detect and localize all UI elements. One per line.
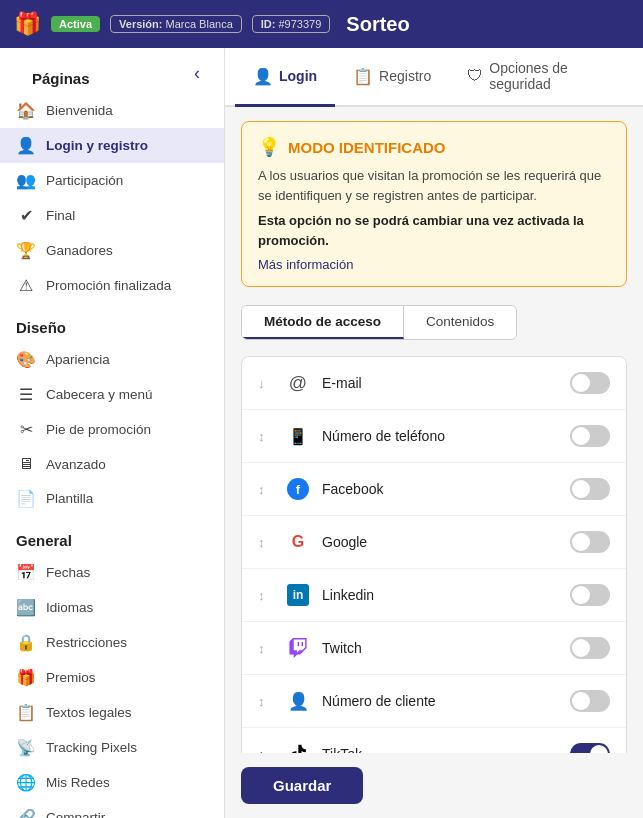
section-title-general: General xyxy=(0,516,224,555)
linkedin-icon: in xyxy=(284,581,312,609)
main-content: 💡 MODO IDENTIFICADO A los usuarios que v… xyxy=(225,107,643,753)
toggle-tiktok[interactable]: ✓ xyxy=(570,743,610,753)
toggle-twitch[interactable] xyxy=(570,637,610,659)
tab-seguridad-label: Opciones de seguridad xyxy=(489,60,615,92)
home-icon: 🏠 xyxy=(16,101,36,120)
shield-tab-icon: 🛡 xyxy=(467,67,483,85)
method-name-tiktok: TikTok xyxy=(322,746,560,753)
topbar: 🎁 Activa Versión: Marca Blanca ID: #9733… xyxy=(0,0,643,48)
lock-icon: 🔒 xyxy=(16,633,36,652)
sidebar-item-restricciones[interactable]: 🔒 Restricciones xyxy=(0,625,224,660)
sidebar-item-label: Avanzado xyxy=(46,457,106,472)
calendar-icon: 📅 xyxy=(16,563,36,582)
toggle-knob-google xyxy=(572,533,590,551)
sidebar-item-label: Cabecera y menú xyxy=(46,387,153,402)
method-row-facebook: ↕ f Facebook xyxy=(242,463,626,516)
sidebar-item-promocion-finalizada[interactable]: ⚠ Promoción finalizada xyxy=(0,268,224,303)
method-row-google: ↕ G Google xyxy=(242,516,626,569)
scissors-icon: ✂ xyxy=(16,420,36,439)
sidebar-item-cabecera[interactable]: ☰ Cabecera y menú xyxy=(0,377,224,412)
trophy-icon: 🏆 xyxy=(16,241,36,260)
tab-registro[interactable]: 📋 Registro xyxy=(335,48,449,107)
method-row-linkedin: ↕ in Linkedin xyxy=(242,569,626,622)
menu-icon: ☰ xyxy=(16,385,36,404)
sidebar-item-plantilla[interactable]: 📄 Plantilla xyxy=(0,481,224,516)
sidebar-item-participacion[interactable]: 👥 Participación xyxy=(0,163,224,198)
sidebar-item-label: Participación xyxy=(46,173,123,188)
sidebar-item-textos-legales[interactable]: 📋 Textos legales xyxy=(0,695,224,730)
signal-icon: 📡 xyxy=(16,738,36,757)
user-icon: 👤 xyxy=(16,136,36,155)
toggle-google[interactable] xyxy=(570,531,610,553)
method-name-cliente: Número de cliente xyxy=(322,693,560,709)
sidebar-item-login-registro[interactable]: 👤 Login y registro xyxy=(0,128,224,163)
toggle-cliente[interactable] xyxy=(570,690,610,712)
sidebar-item-label: Compartir xyxy=(46,810,105,818)
modo-banner-header: 💡 MODO IDENTIFICADO xyxy=(258,136,610,158)
drag-handle-email[interactable]: ↓ xyxy=(258,376,274,391)
drag-handle-google[interactable]: ↕ xyxy=(258,535,274,550)
toggle-linkedin[interactable] xyxy=(570,584,610,606)
modo-banner-description: A los usuarios que visitan la promoción … xyxy=(258,166,610,205)
sidebar-item-avanzado[interactable]: 🖥 Avanzado xyxy=(0,447,224,481)
modo-banner-bold: Esta opción no se podrá cambiar una vez … xyxy=(258,211,610,250)
sidebar-item-label: Fechas xyxy=(46,565,90,580)
check-icon: ✔ xyxy=(16,206,36,225)
drag-handle-twitch[interactable]: ↕ xyxy=(258,641,274,656)
toggle-phone[interactable] xyxy=(570,425,610,447)
sidebar-item-tracking-pixels[interactable]: 📡 Tracking Pixels xyxy=(0,730,224,765)
sidebar-item-label: Pie de promoción xyxy=(46,422,151,437)
twitch-icon xyxy=(284,634,312,662)
sidebar-item-apariencia[interactable]: 🎨 Apariencia xyxy=(0,342,224,377)
sidebar-item-pie[interactable]: ✂ Pie de promoción xyxy=(0,412,224,447)
bulb-icon: 💡 xyxy=(258,136,280,158)
toggle-facebook[interactable] xyxy=(570,478,610,500)
drag-handle-facebook[interactable]: ↕ xyxy=(258,482,274,497)
method-tab-acceso[interactable]: Método de acceso xyxy=(242,306,404,339)
sidebar-item-fechas[interactable]: 📅 Fechas xyxy=(0,555,224,590)
sidebar-item-label: Textos legales xyxy=(46,705,132,720)
gift-icon: 🎁 xyxy=(14,11,41,37)
toggle-knob-linkedin xyxy=(572,586,590,604)
badge-version: Versión: Marca Blanca xyxy=(110,15,242,33)
sidebar-item-label: Login y registro xyxy=(46,138,148,153)
modo-banner-link[interactable]: Más información xyxy=(258,257,353,272)
method-name-linkedin: Linkedin xyxy=(322,587,560,603)
palette-icon: 🎨 xyxy=(16,350,36,369)
phone-icon: 📱 xyxy=(284,422,312,450)
sidebar-item-final[interactable]: ✔ Final xyxy=(0,198,224,233)
modo-banner-title: MODO IDENTIFICADO xyxy=(288,139,446,156)
tab-seguridad[interactable]: 🛡 Opciones de seguridad xyxy=(449,48,633,107)
sidebar-item-idiomas[interactable]: 🔤 Idiomas xyxy=(0,590,224,625)
toggle-check-icon: ✓ xyxy=(596,747,606,753)
sidebar-collapse-button[interactable]: ‹ xyxy=(180,55,214,92)
toggle-email[interactable] xyxy=(570,372,610,394)
file-icon: 📄 xyxy=(16,489,36,508)
section-title-diseno: Diseño xyxy=(0,303,224,342)
drag-handle-linkedin[interactable]: ↕ xyxy=(258,588,274,603)
footer-bar: Guardar xyxy=(225,753,643,818)
tab-login-label: Login xyxy=(279,68,317,84)
badge-activa: Activa xyxy=(51,16,100,32)
tab-login[interactable]: 👤 Login xyxy=(235,48,335,107)
sidebar-item-ganadores[interactable]: 🏆 Ganadores xyxy=(0,233,224,268)
badge-id: ID: #973379 xyxy=(252,15,331,33)
sidebar-item-label: Tracking Pixels xyxy=(46,740,137,755)
sidebar-item-bienvenida[interactable]: 🏠 Bienvenida xyxy=(0,93,224,128)
method-name-facebook: Facebook xyxy=(322,481,560,497)
page-title: Sorteo xyxy=(346,13,409,36)
content-area: 👤 Login 📋 Registro 🛡 Opciones de segurid… xyxy=(225,48,643,818)
drag-handle-cliente[interactable]: ↕ xyxy=(258,694,274,709)
sidebar-item-label: Apariencia xyxy=(46,352,110,367)
sidebar-item-premios[interactable]: 🎁 Premios xyxy=(0,660,224,695)
toggle-knob-phone xyxy=(572,427,590,445)
sidebar-item-compartir[interactable]: 🔗 Compartir xyxy=(0,800,224,818)
method-tab-contenidos[interactable]: Contenidos xyxy=(404,306,516,339)
share-icon: 🔗 xyxy=(16,808,36,818)
guardar-button[interactable]: Guardar xyxy=(241,767,363,804)
gift-icon: 🎁 xyxy=(16,668,36,687)
method-name-twitch: Twitch xyxy=(322,640,560,656)
method-row-email: ↓ @ E-mail xyxy=(242,357,626,410)
drag-handle-phone[interactable]: ↕ xyxy=(258,429,274,444)
sidebar-item-mis-redes[interactable]: 🌐 Mis Redes xyxy=(0,765,224,800)
